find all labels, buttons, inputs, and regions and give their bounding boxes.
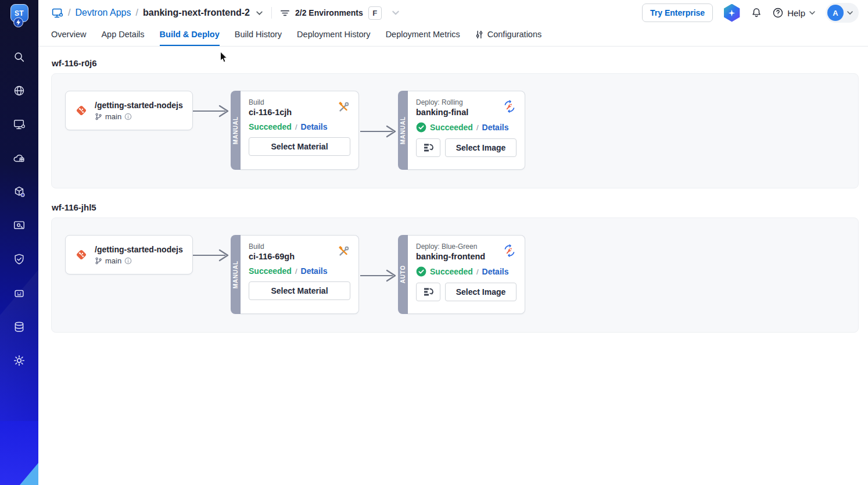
- try-enterprise-button[interactable]: Try Enterprise: [642, 3, 713, 22]
- success-check-icon: [416, 122, 426, 133]
- branch-icon: [95, 257, 102, 265]
- avatar: A: [827, 5, 844, 21]
- settings-icon[interactable]: [12, 354, 26, 368]
- tab-build-and-deploy[interactable]: Build & Deploy: [160, 30, 220, 46]
- info-icon[interactable]: [124, 257, 132, 265]
- breadcrumb-separator: /: [68, 8, 70, 18]
- build-to-deploy-arrow: [360, 124, 399, 138]
- pipeline-name: ci-116-1cjh: [249, 108, 292, 117]
- git-source-node[interactable]: /getting-started-nodejs main: [65, 235, 193, 274]
- globe-icon[interactable]: [12, 84, 26, 98]
- select-image-button[interactable]: Select Image: [445, 138, 517, 157]
- app-tab-bar: Overview App Details Build & Deploy Buil…: [38, 26, 868, 47]
- details-link[interactable]: Details: [301, 122, 328, 131]
- deploy-pipeline-node[interactable]: AUTO Deploy: Blue-Green banking-frontend: [398, 235, 525, 314]
- build-tools-icon: [338, 245, 350, 258]
- pipeline-name: ci-116-69gh: [249, 252, 295, 261]
- build-pipeline-node[interactable]: MANUAL Build ci-116-69gh Succeeded /: [231, 235, 359, 314]
- node-type-label: Build: [249, 98, 292, 106]
- stack-icon[interactable]: [12, 320, 26, 334]
- breadcrumb-separator: /: [136, 8, 138, 18]
- git-source-node[interactable]: /getting-started-nodejs main: [65, 91, 193, 130]
- node-type-label: Deploy: Blue-Green: [416, 243, 485, 251]
- tab-overview[interactable]: Overview: [51, 30, 86, 46]
- package-icon[interactable]: [12, 185, 26, 199]
- sparkle-hexagon-icon[interactable]: [723, 4, 741, 22]
- success-check-icon: [416, 266, 426, 277]
- sliders-icon: [475, 30, 483, 39]
- repo-name: /getting-started-nodejs: [95, 101, 183, 110]
- environment-name: banking-final: [416, 108, 468, 117]
- workflow-canvas: /getting-started-nodejs main MANUAL: [51, 217, 859, 333]
- trigger-mode-tab: MANUAL: [231, 235, 241, 314]
- info-icon[interactable]: [124, 113, 132, 120]
- git-material-icon: [75, 248, 88, 261]
- branch-icon: [95, 113, 102, 120]
- environment-filter-badge[interactable]: F: [368, 6, 382, 20]
- workflow-canvas: /getting-started-nodejs main MANUAL: [51, 73, 859, 188]
- build-to-deploy-arrow: [360, 269, 399, 283]
- build-tools-icon: [338, 101, 350, 113]
- user-menu[interactable]: A: [826, 3, 859, 23]
- rocket-deploy-icon: [503, 244, 517, 258]
- node-type-label: Build: [249, 243, 295, 251]
- deploy-pipeline-node[interactable]: MANUAL Deploy: Rolling banking-final: [398, 91, 525, 170]
- status-text: Succeeded: [249, 266, 292, 276]
- environment-selector[interactable]: 2/2 Environments F: [280, 6, 400, 20]
- status-text: Succeeded: [430, 123, 473, 132]
- applications-icon[interactable]: [12, 117, 26, 131]
- tab-build-history[interactable]: Build History: [235, 30, 282, 46]
- breadcrumb: / Devtron Apps / banking-next-frontend-2: [51, 7, 263, 19]
- build-deploy-workflows: wf-116-r0j6 /getting-started-nodejs main: [38, 47, 868, 333]
- top-header: / Devtron Apps / banking-next-frontend-2…: [38, 0, 868, 26]
- workflow-title: wf-116-r0j6: [52, 58, 859, 68]
- environment-chevron-icon[interactable]: [392, 9, 400, 17]
- environment-name: banking-frontend: [416, 252, 485, 261]
- details-link[interactable]: Details: [482, 123, 509, 132]
- rollback-button[interactable]: [416, 138, 440, 157]
- status-text: Succeeded: [249, 122, 292, 131]
- notifications-bell-icon[interactable]: [751, 7, 762, 19]
- filter-icon: [280, 8, 290, 18]
- bot-icon[interactable]: [12, 286, 26, 300]
- jobs-icon[interactable]: [12, 219, 26, 233]
- logo-bolt-icon: [13, 17, 23, 27]
- sidebar: ST: [0, 0, 38, 485]
- trigger-mode-tab: MANUAL: [231, 91, 241, 170]
- git-material-icon: [75, 104, 88, 117]
- trigger-mode-tab: MANUAL: [398, 91, 408, 170]
- workflow-title: wf-116-jhl5: [52, 202, 859, 212]
- source-to-build-arrow: [193, 104, 231, 118]
- app-monitor-icon: [51, 7, 63, 19]
- details-link[interactable]: Details: [301, 266, 328, 276]
- devtron-logo[interactable]: ST: [10, 4, 28, 22]
- details-link[interactable]: Details: [482, 267, 509, 276]
- trigger-mode-tab: AUTO: [398, 235, 408, 314]
- breadcrumb-app-name: banking-next-frontend-2: [143, 8, 250, 18]
- tab-deployment-metrics[interactable]: Deployment Metrics: [386, 30, 460, 46]
- tab-deployment-history[interactable]: Deployment History: [297, 30, 371, 46]
- status-text: Succeeded: [430, 267, 473, 276]
- select-image-button[interactable]: Select Image: [445, 283, 517, 301]
- breadcrumb-link-devtron-apps[interactable]: Devtron Apps: [75, 8, 131, 18]
- rollback-button[interactable]: [416, 283, 440, 301]
- source-to-build-arrow: [193, 248, 231, 262]
- security-icon[interactable]: [12, 252, 26, 266]
- branch-name: main: [105, 256, 121, 265]
- app-group-icon[interactable]: [12, 151, 26, 165]
- app-switcher-chevron-icon[interactable]: [256, 9, 263, 17]
- node-type-label: Deploy: Rolling: [416, 98, 468, 106]
- search-icon[interactable]: [12, 50, 26, 64]
- repo-name: /getting-started-nodejs: [95, 245, 183, 254]
- select-material-button[interactable]: Select Material: [249, 137, 350, 156]
- branch-name: main: [105, 112, 121, 121]
- help-label: Help: [787, 8, 805, 18]
- rocket-deploy-icon: [503, 99, 517, 113]
- tab-configurations[interactable]: Configurations: [475, 30, 542, 46]
- environment-count-label: 2/2 Environments: [295, 8, 363, 17]
- help-menu[interactable]: Help: [772, 7, 816, 19]
- tab-app-details[interactable]: App Details: [101, 30, 144, 46]
- header-divider: [271, 7, 272, 19]
- select-material-button[interactable]: Select Material: [249, 281, 350, 300]
- build-pipeline-node[interactable]: MANUAL Build ci-116-1cjh Succeeded /: [231, 91, 359, 170]
